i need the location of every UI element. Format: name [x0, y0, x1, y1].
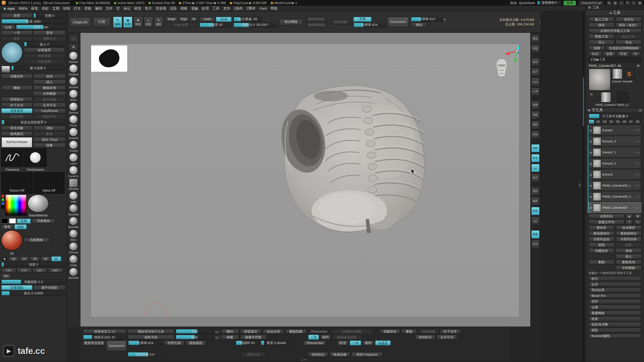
control-cell[interactable]: 裁剪: [1, 36, 32, 41]
eye-icon[interactable]: ◉: [590, 162, 592, 165]
brush-item[interactable]: TrimDy: [67, 140, 80, 152]
control-cell[interactable]: 保持折边: [308, 352, 329, 357]
menu-item[interactable]: 宏: [116, 6, 120, 11]
shelf-icon[interactable]: 对称: [531, 130, 539, 139]
control-cell[interactable]: 全部删除: [616, 265, 641, 270]
control-cell[interactable]: 克隆: [589, 46, 605, 51]
shelf-icon[interactable]: 时间: [531, 240, 539, 248]
control-cell[interactable]: 删除其他: [33, 85, 66, 90]
visibility-icon[interactable]: ○: [638, 184, 640, 187]
tray-scrollbar[interactable]: [582, 12, 584, 362]
menu-item[interactable]: 支持: [223, 6, 230, 11]
control-cell[interactable]: 追加: [616, 248, 641, 253]
m-button[interactable]: M: [190, 17, 197, 22]
control-cell[interactable]: 维持 Polypaint: [351, 352, 383, 357]
matcap-preview[interactable]: [1, 230, 23, 251]
control-cell[interactable]: xyz: [215, 329, 220, 334]
control-cell[interactable]: 粘贴工具: [616, 34, 641, 39]
control-cell[interactable]: 自动重排: [616, 225, 641, 230]
subpalette-bar[interactable]: 重建网格: [589, 310, 641, 315]
control-cell[interactable]: 深度遮罩: [24, 48, 65, 53]
control-cell[interactable]: 平滑: [176, 329, 213, 334]
control-cell[interactable]: LazyMouse: [33, 108, 66, 113]
lightbox-button[interactable]: 灯箱: [93, 17, 111, 27]
control-cell[interactable]: 载入工具: [589, 17, 615, 22]
control-cell[interactable]: 预览布尔渲染: [83, 340, 105, 345]
control-cell[interactable]: 一半: [350, 340, 361, 345]
control-cell[interactable]: 厚度 0.06498: [261, 340, 292, 345]
subpalette-bar[interactable]: Redshift属性: [589, 333, 641, 338]
menu-item[interactable]: 笔触: [191, 6, 198, 11]
menu-item[interactable]: 材质: [134, 6, 141, 11]
eye-icon[interactable]: ◉: [590, 184, 592, 187]
brush-depth-preview[interactable]: [1, 42, 23, 63]
control-cell[interactable]: ▼: [634, 214, 641, 219]
menu-myui[interactable]: ◉ myui: [3, 6, 15, 10]
control-cell[interactable]: 外部深度: [24, 53, 65, 58]
menu-item[interactable]: 文档: [52, 6, 59, 11]
control-cell[interactable]: R: [631, 51, 640, 56]
scroll-thumb[interactable]: [583, 77, 584, 126]
size-preset-button[interactable]: 50: [51, 256, 61, 261]
control-cell[interactable]: 删除: [1, 85, 32, 90]
visibility-icon[interactable]: ○: [638, 195, 640, 198]
shelf-icon[interactable]: 局部: [531, 121, 539, 129]
subpalette-bar[interactable]: 拆分: [589, 276, 641, 281]
eye-icon[interactable]: ◉: [590, 140, 592, 143]
control-cell[interactable]: 目标多边形数: [331, 329, 372, 334]
control-cell[interactable]: 组循环 50: [236, 340, 260, 345]
control-cell[interactable]: 合并可见: [33, 103, 66, 108]
control-cell[interactable]: 抽取当前: [128, 335, 174, 340]
control-cell[interactable]: 向下合并: [1, 103, 32, 108]
tool-palette-header[interactable]: ◀ 工具: [586, 10, 644, 16]
simplebrush-tool-thumbnail[interactable]: S: [624, 68, 634, 79]
polypaint-icon[interactable]: ✎: [635, 206, 637, 209]
control-cell[interactable]: 精简曲线: [185, 340, 206, 345]
black-swatch[interactable]: [1, 205, 5, 209]
auto-button[interactable]: 自动: [510, 1, 516, 5]
axis-mirror-button[interactable]: >X<: [1, 268, 16, 273]
visibility-icon[interactable]: ○: [638, 162, 640, 164]
control-cell[interactable]: 创建副本: [1, 74, 32, 79]
control-cell[interactable]: 双面显示: [240, 329, 261, 334]
control-cell[interactable]: 双倍: [33, 30, 66, 35]
shelf-icon[interactable]: 多边: [531, 154, 539, 162]
brush-item[interactable]: Move: [67, 89, 80, 101]
draw-size-slider[interactable]: 绘制大小 59.2057: [233, 22, 277, 27]
rgb-button[interactable]: Rgb: [179, 17, 189, 22]
brush-item[interactable]: Chrome: [67, 242, 80, 254]
brush-item[interactable]: BasicMa: [67, 216, 80, 228]
control-cell[interactable]: 从项目文件载入工具: [589, 28, 641, 33]
camera-icon[interactable]: ◉: [1, 256, 8, 261]
eye-icon[interactable]: ◉: [590, 129, 592, 131]
shelf-icon[interactable]: 滚动: [531, 58, 539, 66]
control-cell[interactable]: 分辨率 624: [128, 340, 163, 345]
hidden-tool-thumbnail[interactable]: [618, 92, 628, 102]
simplebrush-icon[interactable]: ✚: [69, 43, 78, 50]
color-picker[interactable]: [5, 194, 27, 216]
shelf-icon[interactable]: 缩放: [531, 44, 539, 53]
subtool-row[interactable]: ◉ Extract1 ✎ ○: [589, 125, 641, 135]
brush-item[interactable]: CurveTu: [67, 166, 80, 177]
menu-item[interactable]: 纹理: [202, 6, 209, 11]
brush-item[interactable]: Pinch: [67, 115, 80, 127]
control-cell[interactable]: 按多边形组遮罩 0: [1, 120, 66, 125]
sculpt-model[interactable]: [263, 80, 435, 236]
subpalette-bar[interactable]: 布尔运算: [589, 288, 641, 293]
subpalette-bar[interactable]: 投射: [589, 316, 641, 321]
menu-button[interactable]: 菜单: [564, 1, 576, 5]
mode-button[interactable]: ◉ 绘制: [123, 16, 133, 28]
control-cell[interactable]: 另存为: [616, 17, 641, 22]
r-button[interactable]: (R): [1, 274, 11, 279]
menu-item[interactable]: 模板: [180, 6, 187, 11]
shelf-icon[interactable]: 100%: [531, 77, 539, 86]
control-cell[interactable]: 自动分组: [263, 329, 284, 334]
brush-item[interactable]: Blinn: [67, 229, 80, 241]
control-cell[interactable]: 填充对象: [1, 125, 32, 130]
polypaint-icon[interactable]: ✎: [635, 129, 637, 131]
subpalette-bar[interactable]: 对齐: [589, 299, 641, 304]
subtool-row[interactable]: ◉ PM3D_Cylinder3D7 ✎ ○: [589, 202, 641, 213]
view-tab[interactable]: V5: [615, 119, 621, 124]
polypaint-icon[interactable]: ✎: [635, 162, 637, 165]
shelf-icon[interactable]: 地面: [531, 111, 539, 119]
